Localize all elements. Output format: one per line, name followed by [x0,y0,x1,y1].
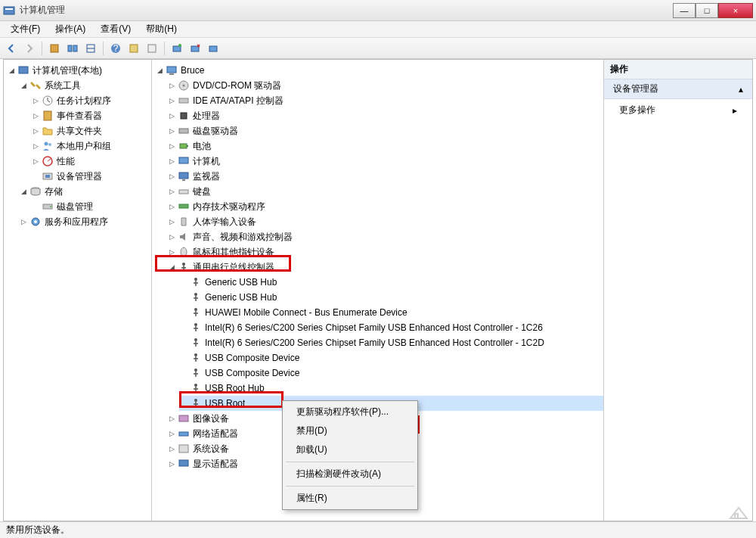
usb-device-item[interactable]: ▷HUAWEI Mobile Connect - Bus Enumerate D… [179,305,603,320]
tree-services-apps[interactable]: ▷服务和应用程序 [19,214,151,229]
expand-icon[interactable]: ▷ [167,429,176,438]
toolbar-icon-6[interactable] [187,40,203,57]
left-navigation-tree[interactable]: ◢ 计算机管理(本地) ◢ 系统工具 ▷任务计划程序 ▷事件查看器 [4,60,152,521]
svg-rect-34 [179,129,188,133]
close-button[interactable]: × [718,3,753,18]
expand-icon[interactable]: ▷ [167,414,176,423]
actions-section[interactable]: 设备管理器 ▴ [604,79,752,99]
menu-help[interactable]: 帮助(H) [140,21,183,37]
toolbar-icon-5[interactable] [144,40,160,57]
usb-device-icon [190,322,202,334]
more-actions[interactable]: 更多操作 ▸ [604,99,752,121]
expand-icon[interactable]: ▷ [167,111,176,120]
ctx-update-driver[interactable]: 更新驱动程序软件(P)... [284,403,416,421]
expand-icon[interactable]: ▷ [19,217,28,226]
ctx-disable[interactable]: 禁用(D) [284,421,416,440]
ctx-properties[interactable]: 属性(R) [284,489,416,508]
tree-storage[interactable]: ◢ 存储 [19,184,151,199]
expand-icon[interactable]: ▷ [167,444,176,453]
tree-system-tools[interactable]: ◢ 系统工具 [19,78,151,93]
tree-local-users[interactable]: ▷本地用户和组 [31,138,151,154]
usb-device-item[interactable]: ▷USB Composite Device [179,350,603,365]
tree-label: 键盘 [193,185,211,198]
device-category-mouse[interactable]: ▷鼠标和其他指针设备 [167,244,603,260]
minimize-button[interactable]: — [673,3,696,18]
maximize-button[interactable]: □ [696,3,718,18]
svg-text:?: ? [113,43,119,54]
expand-icon[interactable]: ▷ [167,187,176,196]
usb-device-item[interactable]: ▷Intel(R) 6 Series/C200 Series Chipset F… [179,335,603,350]
expand-icon[interactable]: ▷ [167,172,176,181]
tools-icon [29,79,42,92]
tree-label: 系统工具 [45,79,81,92]
expand-icon[interactable]: ▷ [167,202,176,211]
expand-icon[interactable]: ▷ [31,111,40,120]
toolbar-icon-7[interactable] [205,40,222,57]
toolbar-icon-2[interactable] [64,40,81,57]
toolbar-icon-4[interactable] [125,40,142,57]
tree-root[interactable]: ◢ 计算机管理(本地) [7,63,151,78]
tree-task-scheduler[interactable]: ▷任务计划程序 [31,93,151,108]
expand-icon[interactable]: ◢ [155,66,164,75]
expand-icon[interactable]: ▷ [167,157,176,166]
usb-device-item[interactable]: ▷Generic USB Hub [179,290,603,305]
expand-icon[interactable]: ▷ [167,459,176,468]
device-category-battery[interactable]: ▷电池 [167,138,603,154]
device-root[interactable]: ◢ Bruce [155,63,603,78]
usb-device-item[interactable]: ▷Intel(R) 6 Series/C200 Series Chipset F… [179,320,603,335]
ctx-scan-hardware[interactable]: 扫描检测硬件改动(A) [284,465,416,484]
expand-icon[interactable]: ◢ [19,81,28,90]
expand-icon[interactable]: ▷ [167,141,176,151]
menu-action[interactable]: 操作(A) [49,21,91,37]
scan-hardware-button[interactable] [169,40,185,57]
back-button[interactable] [3,40,20,57]
tree-disk-management[interactable]: ▷磁盘管理 [31,199,151,214]
device-category-cpu[interactable]: ▷处理器 [167,108,603,123]
usb-device-item[interactable]: ▷Generic USB Hub [179,275,603,290]
svg-rect-54 [179,432,188,436]
expand-icon[interactable]: ▷ [167,232,176,241]
device-tree[interactable]: ◢ Bruce ▷DVD/CD-ROM 驱动器▷IDE ATA/ATAPI 控制… [152,60,604,521]
device-category-usb-controllers[interactable]: ◢通用串行总线控制器 [167,260,603,275]
device-category-ide[interactable]: ▷IDE ATA/ATAPI 控制器 [167,93,603,108]
monitor-icon [178,170,190,182]
expand-icon[interactable]: ▷ [167,217,176,226]
help-button[interactable]: ? [107,40,124,57]
device-category-monitor[interactable]: ▷监视器 [167,169,603,184]
toolbar-icon-3[interactable] [82,40,99,57]
forward-button[interactable] [21,40,38,57]
tree-device-manager[interactable]: ▷设备管理器 [31,169,151,184]
expand-icon[interactable]: ▷ [167,126,176,135]
ctx-uninstall[interactable]: 卸载(U) [284,440,416,459]
svg-rect-55 [179,445,188,452]
tree-event-viewer[interactable]: ▷事件查看器 [31,108,151,123]
device-category-computer[interactable]: ▷计算机 [167,154,603,169]
device-category-hid[interactable]: ▷人体学输入设备 [167,214,603,229]
menu-file[interactable]: 文件(F) [5,21,46,37]
device-category-sound[interactable]: ▷声音、视频和游戏控制器 [167,229,603,244]
expand-icon[interactable]: ▷ [31,126,40,135]
expand-icon[interactable]: ▷ [31,96,40,105]
usb-device-item[interactable]: ▷USB Composite Device [179,365,603,381]
expand-icon[interactable]: ▷ [31,157,40,166]
device-category-memory[interactable]: ▷内存技术驱动程序 [167,199,603,214]
expand-icon[interactable]: ◢ [167,263,176,272]
expand-icon[interactable]: ▷ [167,81,176,90]
tree-performance[interactable]: ▷性能 [31,154,151,169]
tree-label: Generic USB Hub [205,292,277,303]
expand-icon[interactable]: ▷ [167,247,176,257]
expand-icon[interactable]: ▷ [167,96,176,105]
collapse-icon[interactable]: ▴ [739,84,743,95]
tree-shared-folders[interactable]: ▷共享文件夹 [31,123,151,138]
svg-rect-1 [5,8,13,10]
device-category-keyboard[interactable]: ▷键盘 [167,184,603,199]
device-category-disk-drives[interactable]: ▷磁盘驱动器 [167,123,603,138]
expand-icon[interactable]: ◢ [7,66,16,75]
usb-device-item[interactable]: ▷USB Root Hub [179,381,603,396]
expand-icon[interactable]: ◢ [19,187,28,196]
toolbar-icon-1[interactable] [46,40,63,57]
expand-icon[interactable]: ▷ [31,141,40,151]
computer-icon [166,64,178,76]
device-category-dvd[interactable]: ▷DVD/CD-ROM 驱动器 [167,78,603,93]
menu-view[interactable]: 查看(V) [94,21,137,37]
